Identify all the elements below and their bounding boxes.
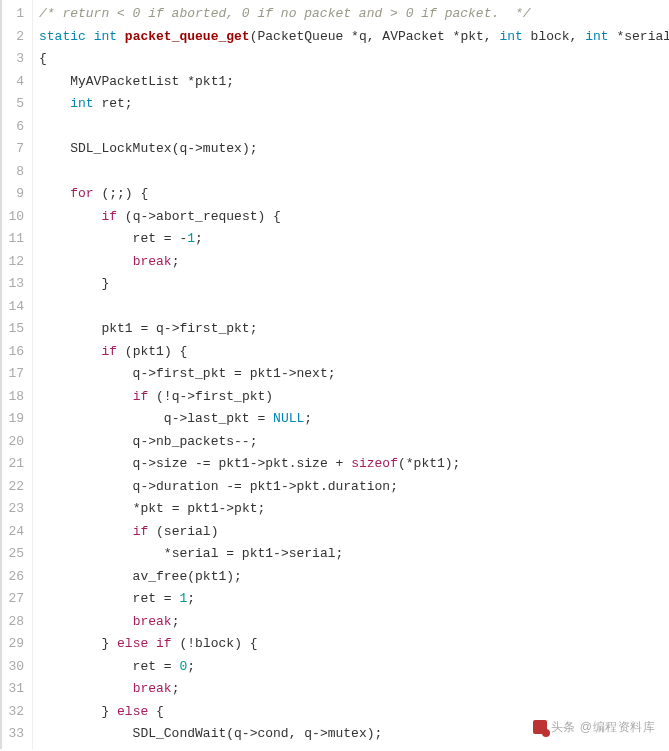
line-number: 33	[2, 723, 24, 746]
line-number: 16	[2, 341, 24, 364]
line-number: 6	[2, 116, 24, 139]
code-line: } else if (!block) {	[39, 633, 663, 656]
line-number: 27	[2, 588, 24, 611]
code-content: /* return < 0 if aborted, 0 if no packet…	[32, 0, 669, 749]
line-number: 20	[2, 431, 24, 454]
code-line: static int packet_queue_get(PacketQueue …	[39, 26, 663, 49]
code-line: }	[39, 273, 663, 296]
code-line: av_free(pkt1);	[39, 566, 663, 589]
watermark-logo-icon	[533, 720, 547, 734]
code-line: if (serial)	[39, 521, 663, 544]
code-line	[39, 296, 663, 319]
code-line: if (q->abort_request) {	[39, 206, 663, 229]
code-line: MyAVPacketList *pkt1;	[39, 71, 663, 94]
line-number: 3	[2, 48, 24, 71]
line-number-gutter: 1234567891011121314151617181920212223242…	[2, 0, 32, 749]
line-number: 1	[2, 3, 24, 26]
code-line: break;	[39, 611, 663, 634]
code-line: *serial = pkt1->serial;	[39, 543, 663, 566]
code-line: break;	[39, 678, 663, 701]
code-block: 1234567891011121314151617181920212223242…	[0, 0, 669, 749]
line-number: 4	[2, 71, 24, 94]
code-line: pkt1 = q->first_pkt;	[39, 318, 663, 341]
line-number: 25	[2, 543, 24, 566]
line-number: 11	[2, 228, 24, 251]
line-number: 13	[2, 273, 24, 296]
line-number: 15	[2, 318, 24, 341]
line-number: 10	[2, 206, 24, 229]
line-number: 5	[2, 93, 24, 116]
line-number: 31	[2, 678, 24, 701]
code-line: ret = 0;	[39, 656, 663, 679]
code-line: break;	[39, 251, 663, 274]
line-number: 2	[2, 26, 24, 49]
line-number: 17	[2, 363, 24, 386]
code-line: q->nb_packets--;	[39, 431, 663, 454]
line-number: 21	[2, 453, 24, 476]
line-number: 23	[2, 498, 24, 521]
code-line: ret = -1;	[39, 228, 663, 251]
code-line: *pkt = pkt1->pkt;	[39, 498, 663, 521]
line-number: 8	[2, 161, 24, 184]
code-line	[39, 161, 663, 184]
line-number: 14	[2, 296, 24, 319]
code-line: int ret;	[39, 93, 663, 116]
code-line: q->duration -= pkt1->pkt.duration;	[39, 476, 663, 499]
code-line: SDL_LockMutex(q->mutex);	[39, 138, 663, 161]
code-line: q->last_pkt = NULL;	[39, 408, 663, 431]
line-number: 22	[2, 476, 24, 499]
code-line	[39, 116, 663, 139]
line-number: 24	[2, 521, 24, 544]
line-number: 9	[2, 183, 24, 206]
code-line: q->first_pkt = pkt1->next;	[39, 363, 663, 386]
code-line: {	[39, 48, 663, 71]
code-line: /* return < 0 if aborted, 0 if no packet…	[39, 3, 663, 26]
line-number: 19	[2, 408, 24, 431]
line-number: 26	[2, 566, 24, 589]
code-line: for (;;) {	[39, 183, 663, 206]
line-number: 12	[2, 251, 24, 274]
line-number: 29	[2, 633, 24, 656]
watermark-text: 头条 @编程资料库	[551, 716, 655, 739]
code-line: q->size -= pkt1->pkt.size + sizeof(*pkt1…	[39, 453, 663, 476]
line-number: 30	[2, 656, 24, 679]
line-number: 18	[2, 386, 24, 409]
line-number: 32	[2, 701, 24, 724]
line-number: 7	[2, 138, 24, 161]
code-line: if (!q->first_pkt)	[39, 386, 663, 409]
watermark: 头条 @编程资料库	[533, 716, 655, 739]
code-line: if (pkt1) {	[39, 341, 663, 364]
line-number: 28	[2, 611, 24, 634]
code-line: ret = 1;	[39, 588, 663, 611]
